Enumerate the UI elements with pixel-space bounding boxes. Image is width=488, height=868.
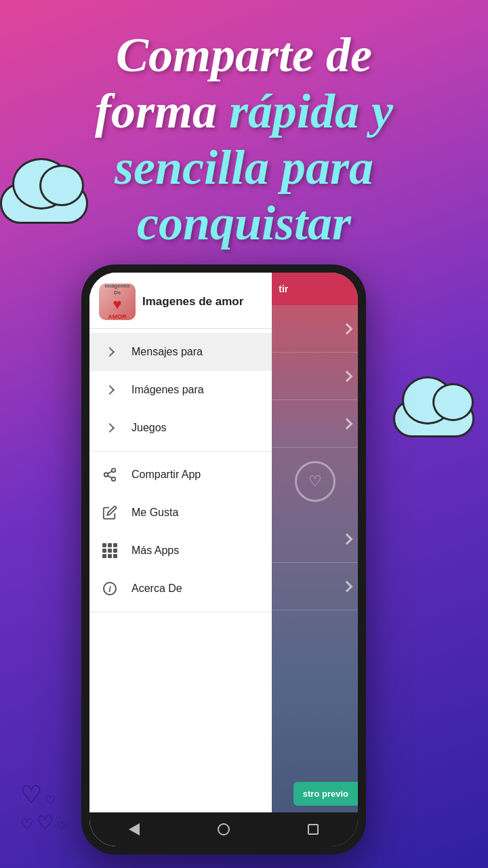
- chevron-icon-mensajes: [100, 342, 119, 361]
- menu-item-imagenes[interactable]: Imágenes para: [89, 371, 272, 409]
- drawer-header: Imágenes De ♥ AMOR Imagenes de amor: [89, 273, 272, 329]
- navigation-drawer: Imágenes De ♥ AMOR Imagenes de amor: [89, 273, 272, 846]
- menu-label-mensajes: Mensajes para: [131, 346, 203, 358]
- menu-item-masapps[interactable]: Más Apps: [89, 532, 272, 570]
- right-row-5: [272, 563, 358, 610]
- right-chevron-5: [342, 580, 353, 592]
- app-icon-label-mid: De: [105, 290, 130, 296]
- right-row-2: [272, 353, 358, 400]
- app-icon: Imágenes De ♥ AMOR: [99, 283, 136, 320]
- menu-item-acercade[interactable]: i Acerca De: [89, 570, 272, 608]
- menu-label-compartir: Compartir App: [131, 469, 201, 481]
- grid-icon: [100, 541, 119, 560]
- right-row-3: [272, 400, 358, 448]
- svg-line-4: [108, 471, 112, 474]
- menu-label-juegos: Juegos: [131, 422, 167, 434]
- menu-section-nav: Mensajes para Imágenes para: [89, 329, 272, 452]
- screen-right-panel: tir: [272, 273, 358, 846]
- hero-section: Comparte de forma rápida y sencilla para…: [0, 14, 488, 265]
- menu-item-mensajes[interactable]: Mensajes para: [89, 333, 272, 371]
- top-bar-action: tir: [279, 283, 288, 294]
- hero-line1: Comparte de: [27, 27, 461, 83]
- svg-point-0: [112, 469, 116, 473]
- heart-icon-1: ♡: [20, 781, 42, 809]
- hero-line2: forma rápida y: [27, 83, 461, 140]
- hero-line4: conquistar: [27, 195, 461, 252]
- phone-nav-bar: [89, 812, 358, 846]
- heart-icon-4: ♡: [37, 812, 54, 834]
- app-icon-heart: ♥: [105, 296, 130, 313]
- right-chevron-1: [342, 323, 353, 334]
- nav-home-button[interactable]: [216, 821, 232, 837]
- svg-point-2: [112, 477, 116, 481]
- menu-item-juegos[interactable]: Juegos: [89, 409, 272, 447]
- menu-label-imagenes: Imágenes para: [131, 384, 204, 396]
- chevron-icon-imagenes: [100, 380, 119, 399]
- menu-section-actions: Compartir App Me Gusta: [89, 452, 272, 612]
- app-icon-label-top: Imágenes: [105, 283, 130, 290]
- rating-icon: [100, 503, 119, 522]
- heart-icon-5: ♡: [57, 820, 66, 831]
- heart-icon-2: ♡: [45, 793, 56, 807]
- right-chevron-3: [342, 418, 353, 429]
- svg-point-1: [104, 473, 108, 477]
- menu-label-acercade: Acerca De: [131, 583, 182, 595]
- drawer-menu: Mensajes para Imágenes para: [89, 329, 272, 846]
- hearts-decoration: ♡ ♡ ♡ ♡ ♡: [20, 781, 66, 834]
- share-icon: [100, 465, 119, 484]
- hero-line3: sencilla para: [27, 140, 461, 196]
- svg-line-3: [108, 475, 112, 478]
- chevron-icon-juegos: [100, 418, 119, 437]
- menu-label-masapps: Más Apps: [131, 545, 179, 557]
- right-list: ♡: [272, 305, 358, 610]
- menu-item-compartir[interactable]: Compartir App: [89, 456, 272, 494]
- teal-preview-button[interactable]: stro previo: [293, 782, 358, 806]
- menu-label-megusta: Me Gusta: [131, 507, 178, 519]
- phone-mockup: tir: [81, 264, 366, 854]
- right-row-4: [272, 515, 358, 563]
- nav-back-button[interactable]: [126, 821, 142, 837]
- heart-icon-3: ♡: [20, 816, 34, 833]
- logo-symbol: ♡: [308, 473, 322, 490]
- right-row-1: [272, 305, 358, 353]
- right-chevron-2: [342, 370, 353, 382]
- info-icon: i: [100, 579, 119, 598]
- menu-item-megusta[interactable]: Me Gusta: [89, 494, 272, 532]
- teal-button-label: stro previo: [303, 789, 348, 799]
- app-icon-label-bottom: AMOR: [105, 313, 130, 320]
- right-chevron-4: [342, 533, 353, 545]
- drawer-app-title: Imagenes de amor: [142, 295, 243, 309]
- cloud-right: [393, 400, 474, 437]
- right-logo: ♡: [272, 448, 358, 515]
- nav-recents-button[interactable]: [305, 821, 321, 837]
